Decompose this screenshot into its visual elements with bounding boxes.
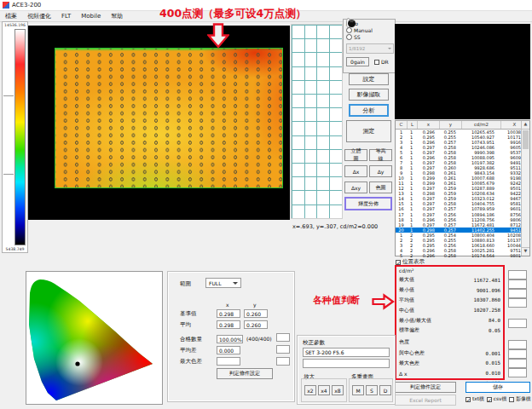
measurement-table[interactable]: CLxycd/m2X 110.2960.25510265.45510038210… [395,120,530,256]
multiview-button-M[interactable]: M [352,385,364,395]
pass-count-note: (400/400) [246,336,272,342]
result-indicator-box [508,289,527,298]
lum-row: 中心值10207.258 [399,305,500,315]
gain-button[interactable]: 0gain [346,57,369,66]
table-body[interactable]: 110.2960.25510265.45510038210.2950.25510… [396,130,529,258]
image-capture-button[interactable]: 影像擷取 [349,89,389,101]
judge-condition-button-2[interactable]: 判定條件設定 [217,368,273,379]
lum-label: 中心值 [399,307,414,314]
result-indicator-box [508,368,527,377]
scrollbar-thumb[interactable] [523,130,529,149]
table-col-cd/m2: cd/m2 [462,121,501,129]
lum-value: 10207.258 [474,308,500,313]
cie-chromaticity-diagram[interactable] [26,272,162,404]
radio-auto[interactable]: Auto [344,20,395,26]
alignment-grid [291,24,343,219]
zoom-button-x2[interactable]: x2 [304,385,316,395]
average-x-field[interactable]: 0.298 [217,320,240,329]
lum-label: 最小值 [399,286,414,294]
table-scrollbar[interactable]: ▲ ▼ [521,121,529,256]
fileopt-checkbox[interactable]: ✓ [487,397,492,402]
lum-row: 平均值10307.860 [399,296,500,306]
lum-value: 10307.860 [474,297,500,302]
col-y-label: y [253,302,257,308]
view-button-立體圖[interactable]: 立體圖 [344,149,367,161]
radio-manual[interactable]: Manual [344,26,395,33]
table-cell: 0.296 [416,253,437,258]
reference-y-field[interactable]: 0.260 [244,309,268,318]
colorbar-panel: 14536.196 5438.749 [2,21,28,253]
fileopt-csv檔[interactable]: ✓csv檔 [487,395,506,403]
analyze-button[interactable]: 分析 [349,104,389,117]
menu-item-FLT[interactable]: FLT [56,12,76,20]
table-header: CLxycd/m2X [396,121,529,130]
radio-dot-ss[interactable] [346,34,352,40]
radio-dot-manual[interactable] [346,27,352,33]
avg-diff-field[interactable]: 0.000 [217,346,240,354]
fileopt-影像檔[interactable]: 影像檔 [509,395,530,403]
dr-checkbox-box[interactable] [374,60,379,65]
judge-indicator-box [276,345,290,354]
app-icon [3,2,9,9]
view-button-Δx[interactable]: Δx [344,165,367,177]
radio-ss[interactable]: SS [344,33,395,40]
capture-settings: AutoManualSS 1/8192 0gain DR [343,19,396,73]
zoom-button-x4[interactable]: x4 [318,385,330,395]
calibration-value-field[interactable]: SET 3-200 F5.6 [303,348,390,357]
view-button-Δy[interactable]: Δy [369,165,392,177]
menu-item-幫助[interactable]: 幫助 [106,11,128,20]
lum-value: 84.0 [489,318,500,323]
annotation-top-note: 400点测（最多可设4万点测） [159,7,306,21]
judge-condition-button[interactable]: 判定條件設定 [395,382,456,393]
average-label: 平均 [180,321,191,329]
camera-preview [395,24,530,119]
shutter-select[interactable]: 1/8192 [346,43,394,54]
lum-label: 最小值/最大值 [399,317,431,325]
zoom-button-x8[interactable]: x8 [332,385,344,395]
lum-value: 11672.481 [474,278,500,283]
reference-label: 基準值 [180,310,197,318]
result-indicator-box [508,349,527,359]
luminance-heatmap[interactable] [55,48,283,188]
multiview-button-D[interactable]: D [379,385,391,395]
scroll-down-icon[interactable]: ▼ [522,247,529,256]
settings-button[interactable]: 設定 [349,73,389,85]
measurement-display[interactable] [28,26,290,220]
multiview-button-S[interactable]: S [366,385,378,395]
table-row[interactable]: 520.2960.25810174.5649801 [396,253,529,258]
menu-item-視頻優化[interactable]: 視頻優化 [22,11,56,20]
save-button[interactable]: 儲存 [466,382,530,393]
pass-count-field: 100.00% [217,335,243,343]
chroma-value: 0.001 [486,351,500,356]
view-button-色圖[interactable]: 色圖 [369,181,392,193]
chroma-row: 最大色差0.015 [399,359,500,369]
luminance-distribution-button[interactable]: 輝度分佈 [344,197,392,210]
dr-checkbox-label: DR [381,59,389,65]
colorbar-max-label: 14536.196 [3,23,27,27]
scroll-up-icon[interactable]: ▲ [522,121,529,130]
menu-item-檔案[interactable]: 檔案 [0,11,22,20]
fileopt-txt檔[interactable]: ✓txt檔 [466,395,484,403]
dr-checkbox[interactable]: DR [374,59,389,65]
menu-item-Mobile[interactable]: Mobile [76,12,106,20]
average-y-field[interactable]: 0.260 [244,320,268,329]
position-checkbox-box[interactable]: ✓ [396,260,401,265]
fileopt-label: 影像檔 [516,395,530,403]
window-title: ACE3-200 [12,2,41,9]
measure-button[interactable]: 測定 [346,120,391,142]
excel-report-button[interactable]: Excel Report [395,395,456,406]
view-button-Δxy[interactable]: Δxy [344,181,367,193]
colorbar-tick [3,174,14,175]
pass-count-label: 合格數量 [180,336,202,343]
lum-row: 最小值/最大值84.0 [399,315,500,325]
cursor-status: x=.693, y=.307, cd/m2=0.000 [292,223,378,230]
max-colordiff-field[interactable] [217,357,240,366]
calibration-extra-field[interactable] [303,359,390,368]
lum-row: 標準偏差0.05 [399,325,500,336]
reference-x-field[interactable]: 0.298 [217,309,240,318]
fileopt-checkbox[interactable] [509,397,514,402]
view-button-等高線[interactable]: 等高線 [369,149,392,161]
range-select[interactable]: FULL [205,278,241,288]
lum-row: 最小值9001.096 [399,285,500,296]
fileopt-checkbox[interactable]: ✓ [466,397,471,402]
